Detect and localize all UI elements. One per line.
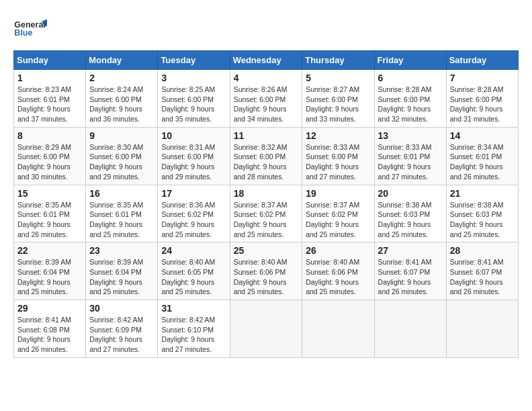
calendar-cell: 10 Sunrise: 8:31 AMSunset: 6:00 PMDaylig… [158,127,230,185]
calendar-cell [374,300,446,358]
calendar-cell: 27 Sunrise: 8:41 AMSunset: 6:07 PMDaylig… [374,242,446,300]
weekday-header-sunday: Sunday [14,51,86,70]
calendar-cell: 12 Sunrise: 8:33 AMSunset: 6:00 PMDaylig… [302,127,374,185]
day-info: Sunrise: 8:37 AMSunset: 6:02 PMDaylight:… [234,201,287,238]
calendar-cell: 6 Sunrise: 8:28 AMSunset: 6:00 PMDayligh… [374,70,446,128]
calendar-cell: 18 Sunrise: 8:37 AMSunset: 6:02 PMDaylig… [230,185,302,242]
day-info: Sunrise: 8:33 AMSunset: 6:00 PMDaylight:… [306,143,359,181]
day-number: 13 [378,130,443,141]
weekday-header-row: SundayMondayTuesdayWednesdayThursdayFrid… [14,51,519,70]
calendar-cell: 30 Sunrise: 8:42 AMSunset: 6:09 PMDaylig… [86,300,158,358]
day-info: Sunrise: 8:28 AMSunset: 6:00 PMDaylight:… [450,85,504,123]
day-info: Sunrise: 8:31 AMSunset: 6:00 PMDaylight:… [161,143,215,181]
day-number: 3 [161,73,226,83]
day-number: 31 [161,303,226,314]
day-info: Sunrise: 8:32 AMSunset: 6:00 PMDaylight:… [234,143,287,181]
calendar-cell: 13 Sunrise: 8:33 AMSunset: 6:01 PMDaylig… [374,127,446,185]
calendar-week-4: 22 Sunrise: 8:39 AMSunset: 6:04 PMDaylig… [14,242,519,300]
weekday-header-monday: Monday [86,51,158,70]
calendar-table: SundayMondayTuesdayWednesdayThursdayFrid… [13,50,519,358]
day-number: 25 [234,245,299,256]
day-number: 7 [450,73,515,83]
day-info: Sunrise: 8:30 AMSunset: 6:00 PMDaylight:… [89,143,143,181]
calendar-week-5: 29 Sunrise: 8:41 AMSunset: 6:08 PMDaylig… [14,300,519,358]
calendar-cell: 14 Sunrise: 8:34 AMSunset: 6:01 PMDaylig… [446,127,518,185]
calendar-cell: 25 Sunrise: 8:40 AMSunset: 6:06 PMDaylig… [230,242,302,300]
calendar-cell: 15 Sunrise: 8:35 AMSunset: 6:01 PMDaylig… [14,185,86,242]
day-info: Sunrise: 8:35 AMSunset: 6:01 PMDaylight:… [89,201,143,238]
day-number: 15 [17,188,82,199]
svg-text:Blue: Blue [14,28,32,38]
day-number: 11 [234,130,299,141]
calendar-cell: 8 Sunrise: 8:29 AMSunset: 6:00 PMDayligh… [14,127,86,185]
day-number: 24 [161,245,226,256]
day-number: 1 [17,73,82,83]
day-info: Sunrise: 8:24 AMSunset: 6:00 PMDaylight:… [89,85,143,123]
day-info: Sunrise: 8:42 AMSunset: 6:09 PMDaylight:… [89,316,143,353]
calendar-week-2: 8 Sunrise: 8:29 AMSunset: 6:00 PMDayligh… [14,127,519,185]
day-info: Sunrise: 8:42 AMSunset: 6:10 PMDaylight:… [161,316,215,353]
calendar-cell [446,300,518,358]
day-number: 14 [450,130,515,141]
calendar-cell: 24 Sunrise: 8:40 AMSunset: 6:05 PMDaylig… [158,242,230,300]
day-number: 19 [306,188,370,199]
day-info: Sunrise: 8:34 AMSunset: 6:01 PMDaylight:… [450,143,504,181]
day-number: 27 [378,245,443,256]
weekday-header-wednesday: Wednesday [230,51,302,70]
day-info: Sunrise: 8:29 AMSunset: 6:00 PMDaylight:… [17,143,71,181]
weekday-header-friday: Friday [374,51,446,70]
day-number: 18 [234,188,299,199]
day-info: Sunrise: 8:41 AMSunset: 6:07 PMDaylight:… [378,258,432,295]
calendar-cell: 19 Sunrise: 8:37 AMSunset: 6:02 PMDaylig… [302,185,374,242]
day-number: 29 [17,303,82,314]
calendar-cell: 9 Sunrise: 8:30 AMSunset: 6:00 PMDayligh… [86,127,158,185]
calendar-cell: 26 Sunrise: 8:40 AMSunset: 6:06 PMDaylig… [302,242,374,300]
calendar-cell: 3 Sunrise: 8:25 AMSunset: 6:00 PMDayligh… [158,70,230,128]
page-header: General Blue [13,13,519,44]
day-info: Sunrise: 8:23 AMSunset: 6:01 PMDaylight:… [17,85,71,123]
calendar-cell: 7 Sunrise: 8:28 AMSunset: 6:00 PMDayligh… [446,70,518,128]
weekday-header-saturday: Saturday [446,51,518,70]
day-number: 5 [306,73,370,83]
calendar-cell: 5 Sunrise: 8:27 AMSunset: 6:00 PMDayligh… [302,70,374,128]
calendar-cell: 21 Sunrise: 8:38 AMSunset: 6:03 PMDaylig… [446,185,518,242]
logo-container: General Blue [13,13,47,44]
calendar-cell: 23 Sunrise: 8:39 AMSunset: 6:04 PMDaylig… [86,242,158,300]
day-number: 10 [161,130,226,141]
day-number: 17 [161,188,226,199]
day-info: Sunrise: 8:26 AMSunset: 6:00 PMDaylight:… [234,85,287,123]
day-number: 28 [450,245,515,256]
day-number: 20 [378,188,443,199]
calendar-cell: 17 Sunrise: 8:36 AMSunset: 6:02 PMDaylig… [158,185,230,242]
calendar-cell: 31 Sunrise: 8:42 AMSunset: 6:10 PMDaylig… [158,300,230,358]
calendar-cell: 2 Sunrise: 8:24 AMSunset: 6:00 PMDayligh… [86,70,158,128]
day-number: 2 [89,73,154,83]
calendar-week-3: 15 Sunrise: 8:35 AMSunset: 6:01 PMDaylig… [14,185,519,242]
calendar-cell: 29 Sunrise: 8:41 AMSunset: 6:08 PMDaylig… [14,300,86,358]
day-number: 30 [89,303,154,314]
logo-svg: General Blue [13,13,47,44]
weekday-header-tuesday: Tuesday [158,51,230,70]
day-number: 8 [17,130,82,141]
calendar-week-1: 1 Sunrise: 8:23 AMSunset: 6:01 PMDayligh… [14,70,519,128]
day-number: 26 [306,245,370,256]
day-info: Sunrise: 8:38 AMSunset: 6:03 PMDaylight:… [378,201,432,238]
day-number: 9 [89,130,154,141]
day-info: Sunrise: 8:41 AMSunset: 6:08 PMDaylight:… [17,316,71,353]
day-number: 16 [89,188,154,199]
day-info: Sunrise: 8:25 AMSunset: 6:00 PMDaylight:… [161,85,215,123]
day-info: Sunrise: 8:41 AMSunset: 6:07 PMDaylight:… [450,258,504,295]
calendar-cell: 22 Sunrise: 8:39 AMSunset: 6:04 PMDaylig… [14,242,86,300]
day-number: 6 [378,73,443,83]
day-number: 21 [450,188,515,199]
day-number: 4 [234,73,299,83]
day-number: 23 [89,245,154,256]
day-info: Sunrise: 8:40 AMSunset: 6:06 PMDaylight:… [306,258,359,295]
weekday-header-thursday: Thursday [302,51,374,70]
day-number: 12 [306,130,370,141]
calendar-header: SundayMondayTuesdayWednesdayThursdayFrid… [14,51,519,70]
day-info: Sunrise: 8:28 AMSunset: 6:00 PMDaylight:… [378,85,432,123]
calendar-cell: 4 Sunrise: 8:26 AMSunset: 6:00 PMDayligh… [230,70,302,128]
day-info: Sunrise: 8:39 AMSunset: 6:04 PMDaylight:… [89,258,143,295]
day-info: Sunrise: 8:39 AMSunset: 6:04 PMDaylight:… [17,258,71,295]
